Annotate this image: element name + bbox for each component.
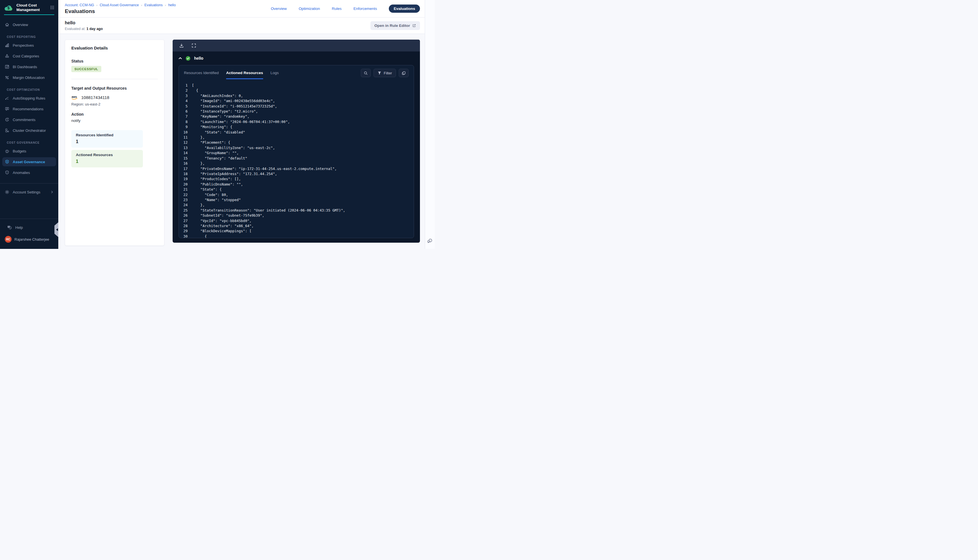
breadcrumb-hello-link[interactable]: hello (168, 3, 175, 7)
download-icon[interactable] (179, 43, 184, 48)
cluster-hexagons-icon (5, 128, 9, 133)
viewer-actions: Filter (361, 69, 409, 77)
code-line: 28 "Architecture": "x86_64", (179, 223, 414, 228)
sidebar-item-recommendations[interactable]: Recommendations (2, 104, 56, 113)
user-menu[interactable]: RC Rajarshee Chatterjee (2, 235, 56, 244)
line-number: 23 (179, 197, 192, 203)
result-evaluation-name: hello (194, 56, 204, 60)
breadcrumb-evaluations-link[interactable]: Evaluations (144, 3, 163, 7)
filter-button[interactable]: Filter (374, 69, 396, 77)
tab-actioned-resources[interactable]: Actioned Resources (226, 71, 263, 79)
line-content: "LaunchTime": "2024-06-06T04:41:37+00:00… (192, 119, 290, 125)
actioned-resources-card[interactable]: Actioned Resources 1 (71, 150, 143, 167)
sidebar: $ Cloud Cost Management Overview COST RE… (0, 0, 58, 249)
feedback-chat-icon[interactable] (427, 238, 433, 244)
line-number: 18 (179, 172, 192, 177)
fullscreen-icon[interactable] (192, 43, 196, 48)
evaluation-name: hello (65, 20, 103, 25)
code-line: 11 }, (179, 135, 414, 140)
evaluated-at: Evaluated at: 1 day ago (65, 27, 103, 31)
sidebar-item-label: AutoStopping Rules (13, 96, 45, 100)
resources-viewer-card: Resources Identified Actioned Resources … (179, 65, 414, 238)
sidebar-item-commitments[interactable]: Commitments (2, 115, 56, 124)
tab-logs[interactable]: Logs (270, 71, 279, 79)
evaluated-at-label: Evaluated at: (65, 27, 85, 31)
sidebar-item-margin-obfuscation[interactable]: Margin Obfuscation (2, 73, 56, 82)
tab-evaluations-active[interactable]: Evaluations (389, 5, 420, 13)
line-content: "State": "disabled" (192, 130, 245, 135)
sidebar-item-cost-categories[interactable]: Cost Categories (2, 52, 56, 60)
breadcrumb-account-link[interactable]: Account: CCM-NG (65, 3, 94, 7)
line-number: 9 (179, 125, 192, 130)
line-number: 29 (179, 228, 192, 233)
sidebar-item-budgets[interactable]: $ Budgets (2, 147, 56, 155)
line-content: "State": { (192, 187, 222, 192)
sidebar-item-overview[interactable]: Overview (2, 20, 56, 29)
copy-button[interactable] (399, 69, 409, 77)
page-header: Account: CCM-NG › Cloud Asset Governance… (58, 0, 425, 18)
line-number: 6 (179, 109, 192, 114)
line-number: 28 (179, 223, 192, 228)
sidebar-item-label: Anomalies (13, 170, 30, 175)
tab-optimization[interactable]: Optimization (299, 7, 320, 11)
sidebar-item-account-settings[interactable]: Account Settings (2, 188, 56, 197)
tab-overview[interactable]: Overview (271, 7, 287, 11)
filter-funnel-icon (377, 71, 381, 75)
breadcrumb-cloud-asset-governance-link[interactable]: Cloud Asset Governance (100, 3, 139, 7)
action-label: Action (71, 112, 158, 117)
viewer-tabs: Resources Identified Actioned Resources … (184, 71, 279, 79)
sidebar-item-help[interactable]: ? Help (5, 223, 54, 232)
app-root: $ Cloud Cost Management Overview COST RE… (0, 0, 435, 249)
tab-resources-identified[interactable]: Resources Identified (184, 71, 219, 79)
code-line: 14 "GroupName": "", (179, 150, 414, 155)
code-line: 7 "KeyName": "randomkey", (179, 114, 414, 119)
line-content: "StateTransitionReason": "User initiated… (192, 208, 345, 213)
tab-enforcements[interactable]: Enforcements (354, 7, 377, 11)
copy-icon (402, 71, 406, 75)
line-content: "Architecture": "x86_64", (192, 223, 254, 228)
code-line: 9 "Monitoring": { (179, 125, 414, 130)
cloud-cost-logo-icon: $ (4, 4, 13, 12)
line-content: "PrivateIpAddress": "172.31.44.254", (192, 172, 277, 177)
code-line: 2 { (179, 88, 414, 93)
tab-rules[interactable]: Rules (332, 7, 342, 11)
chevron-up-icon[interactable] (179, 57, 182, 59)
resources-identified-card[interactable]: Resources Identified 1 (71, 130, 143, 148)
autostopping-icon (5, 96, 9, 100)
sidebar-item-label: Account Settings (13, 190, 40, 194)
details-heading: Evaluation Details (71, 45, 158, 50)
code-line: 19 "ProductCodes": [], (179, 177, 414, 182)
code-line: 4 "ImageId": "ami-002438e556dd03e4c", (179, 98, 414, 103)
line-content: "AmiLaunchIndex": 0, (192, 93, 243, 98)
sidebar-item-anomalies[interactable]: ! Anomalies (2, 168, 56, 177)
sidebar-item-perspectives[interactable]: Perspectives (2, 41, 56, 50)
region-text: Region: us-east-2 (71, 102, 158, 106)
breadcrumb-title-block: Account: CCM-NG › Cloud Asset Governance… (65, 0, 176, 17)
sidebar-item-cluster-orchestrator[interactable]: Cluster Orchestrator (2, 126, 56, 135)
open-in-rule-editor-button[interactable]: Open in Rule Editor (371, 21, 420, 30)
percent-icon (5, 75, 9, 80)
evaluation-result-row: hello (173, 52, 420, 65)
sidebar-item-label: Asset Governance (13, 160, 45, 164)
sidebar-item-autostopping-rules[interactable]: AutoStopping Rules (2, 93, 56, 103)
actioned-resources-count: 1 (76, 159, 139, 164)
page-title: Evaluations (65, 8, 176, 15)
resources-identified-count: 1 (76, 139, 139, 144)
json-code-viewer[interactable]: 1 [ 2 { 3 "AmiLaunchIndex": (179, 79, 414, 238)
help-chat-icon: ? (7, 225, 12, 230)
line-content: "VpcId": "vpc-bb845bd0", (192, 218, 252, 223)
line-number: 3 (179, 93, 192, 98)
success-check-icon (186, 56, 190, 61)
breadcrumb-separator-icon: › (165, 3, 166, 7)
sidebar-item-asset-governance[interactable]: $ Asset Governance (2, 157, 56, 166)
line-content: { (192, 234, 207, 238)
search-button[interactable] (361, 69, 371, 77)
sidebar-item-bi-dashboards[interactable]: BI Dashboards (2, 62, 56, 71)
sidebar-item-label: Help (15, 225, 23, 230)
line-number: 17 (179, 166, 192, 172)
line-content: "Name": "stopped" (192, 197, 241, 203)
app-grid-icon[interactable] (50, 5, 54, 10)
code-line: 3 "AmiLaunchIndex": 0, (179, 93, 414, 98)
line-content: }, (192, 135, 205, 140)
evaluated-at-value: 1 day ago (86, 27, 103, 31)
